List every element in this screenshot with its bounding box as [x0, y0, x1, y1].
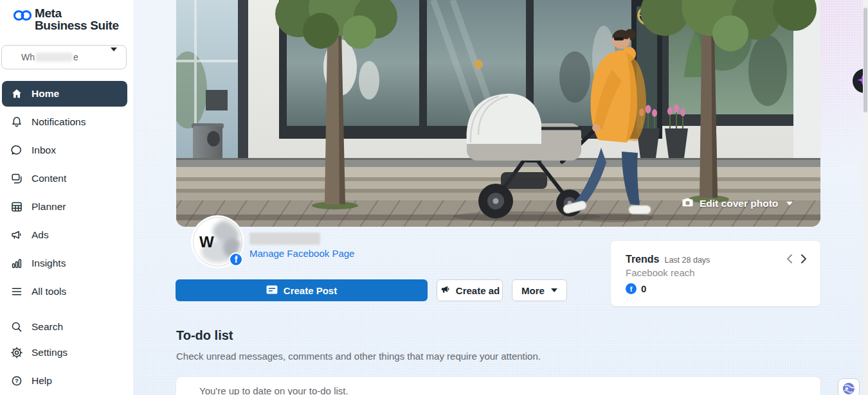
planner-calendar-icon — [10, 200, 23, 213]
logo-line2: Business Suite — [35, 19, 119, 31]
sidebar-item-label: All tools — [32, 286, 66, 297]
sidebar-item-label: Home — [32, 88, 59, 100]
todo-empty-state-text: You're up to date on your to-do list. — [199, 385, 348, 395]
sidebar-item-inbox[interactable]: Inbox — [2, 137, 127, 163]
vertical-scrollbar[interactable] — [863, 0, 868, 395]
sidebar-item-all-tools[interactable]: All tools — [2, 279, 127, 304]
facebook-badge-icon: f — [229, 252, 243, 267]
sidebar-item-search[interactable]: Search — [2, 314, 127, 340]
globe-button[interactable] — [838, 378, 860, 395]
sidebar-item-label: Inbox — [32, 145, 56, 156]
trends-metric-label: Facebook reach — [626, 267, 806, 278]
sidebar-item-help[interactable]: ? Help — [2, 368, 127, 394]
globe-icon — [842, 382, 856, 395]
meta-business-suite-logo[interactable]: Meta Business Suite — [13, 7, 119, 31]
bell-icon — [10, 116, 23, 128]
todo-list-title: To-do list — [176, 328, 233, 343]
search-icon — [10, 320, 23, 333]
bar-chart-icon — [10, 257, 23, 270]
chevron-down-icon — [786, 202, 793, 206]
sidebar-item-label: Help — [32, 375, 52, 387]
meta-infinity-icon — [13, 9, 32, 31]
sidebar-item-insights[interactable]: Insights — [2, 250, 127, 276]
create-post-label: Create Post — [284, 285, 337, 296]
facebook-reach-value: 0 — [641, 283, 646, 294]
page-name-redacted — [249, 233, 320, 245]
megaphone-icon — [10, 229, 23, 241]
cover-photo: Edit cover photo — [176, 0, 820, 227]
todo-list-description: Check unread messages, comments and othe… — [176, 351, 541, 362]
trends-card: Trends Last 28 days Facebook reach f 0 — [611, 241, 820, 306]
help-question-icon: ? — [10, 374, 23, 387]
trends-title: Trends — [626, 254, 659, 265]
sidebar-item-notifications[interactable]: Notifications — [2, 109, 127, 135]
chevron-down-icon — [551, 288, 557, 292]
sidebar-item-content[interactable]: Content — [2, 166, 127, 191]
create-post-button[interactable]: Create Post — [176, 279, 428, 301]
create-ad-button[interactable]: Create ad — [437, 279, 503, 301]
edit-cover-photo-label: Edit cover photo — [700, 198, 778, 209]
home-icon — [10, 87, 23, 100]
sidebar-item-label: Ads — [32, 229, 49, 241]
edit-cover-photo-button[interactable]: Edit cover photo — [682, 197, 793, 210]
chevron-left-icon[interactable] — [786, 254, 793, 267]
selector-text-start: Wh — [21, 52, 35, 62]
post-icon — [266, 285, 278, 296]
selector-text-end: e — [73, 52, 78, 62]
svg-text:?: ? — [15, 377, 19, 384]
cover-photo-illustration — [176, 0, 820, 227]
create-ad-label: Create ad — [456, 285, 500, 296]
logo-line1: Meta — [35, 7, 119, 19]
camera-icon — [682, 197, 694, 210]
more-button[interactable]: More — [512, 279, 567, 301]
manage-facebook-page-link[interactable]: Manage Facebook Page — [249, 248, 354, 259]
avatar-letter: W — [199, 233, 214, 251]
more-label: More — [521, 285, 545, 296]
business-selector-dropdown[interactable]: Wh e — [1, 45, 127, 69]
sidebar-item-planner[interactable]: Planner — [2, 194, 127, 220]
sidebar-item-label: Planner — [32, 201, 66, 213]
sidebar-item-label: Notifications — [32, 116, 86, 128]
logo-text: Meta Business Suite — [35, 7, 119, 31]
todo-list-card: You're up to date on your to-do list. — [176, 377, 820, 395]
sidebar-item-ads[interactable]: Ads — [2, 222, 127, 248]
sidebar-item-label: Content — [32, 173, 66, 184]
megaphone-icon — [440, 285, 451, 297]
sidebar-item-settings[interactable]: Settings — [2, 340, 127, 365]
gear-icon — [10, 346, 23, 359]
sidebar-item-home[interactable]: Home — [2, 81, 127, 107]
scrollbar-thumb[interactable] — [863, 8, 867, 112]
sidebar-item-label: Settings — [32, 347, 68, 358]
sidebar: Meta Business Suite Wh e Home Notificati… — [0, 0, 133, 395]
trends-period: Last 28 days — [664, 256, 710, 265]
sidebar-item-label: Insights — [32, 258, 66, 269]
chevron-down-icon — [111, 51, 117, 63]
meta-business-suite-screen: Meta Business Suite Wh e Home Notificati… — [0, 0, 868, 395]
sidebar-item-label: Search — [32, 321, 63, 333]
chat-bubble-icon — [10, 144, 23, 157]
facebook-icon: f — [626, 283, 637, 294]
content-pages-icon — [10, 172, 23, 185]
selector-redacted-text — [35, 53, 73, 62]
hamburger-menu-icon — [10, 285, 23, 298]
page-avatar[interactable]: W f — [193, 217, 242, 267]
chevron-right-icon[interactable] — [800, 254, 808, 267]
